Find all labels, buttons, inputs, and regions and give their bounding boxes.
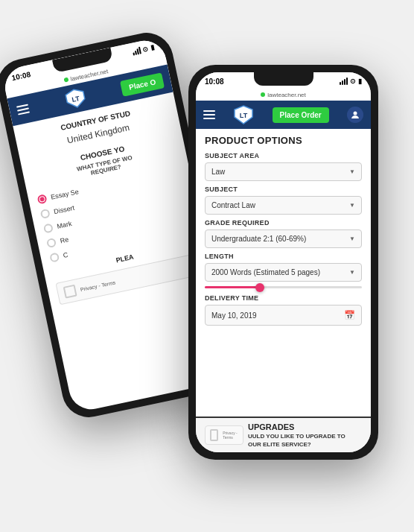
radio-circle-essay[interactable] bbox=[36, 194, 47, 204]
wifi-icon-front: ⊙ bbox=[350, 77, 356, 85]
length-slider[interactable] bbox=[196, 283, 371, 291]
radio-label-c: C bbox=[63, 251, 69, 259]
length-value: 2000 Words (Estimated 5 pages) bbox=[211, 268, 320, 276]
recaptcha-text: Privacy - Terms bbox=[80, 279, 116, 292]
upgrades-title: UPGRADES bbox=[248, 422, 345, 431]
radio-circle-dissert[interactable] bbox=[40, 209, 51, 219]
scene: 10:08 ⊙ ▮ lawteacher.net bbox=[13, 13, 401, 519]
length-arrow-icon: ▼ bbox=[349, 269, 355, 276]
recaptcha-checkbox[interactable] bbox=[63, 285, 77, 299]
length-select[interactable]: 2000 Words (Estimated 5 pages) ▼ bbox=[205, 263, 362, 282]
battery-icon-back: ▮ bbox=[150, 44, 156, 52]
status-icons-back: ⊙ ▮ bbox=[132, 44, 155, 56]
slider-track bbox=[205, 286, 362, 288]
subject-area-label: SUBJECT AREA bbox=[196, 149, 371, 161]
logo-front: LT bbox=[233, 104, 254, 125]
person-icon bbox=[351, 110, 360, 119]
grade-label: GRADE REQUIRED bbox=[196, 216, 371, 228]
place-order-btn-front[interactable]: Place Order bbox=[273, 107, 329, 123]
nav-bar-front: LT Place Order bbox=[196, 101, 371, 129]
subject-area-arrow-icon: ▼ bbox=[349, 168, 355, 175]
logo-shield-back: LT bbox=[63, 86, 87, 111]
logo-shield-front: LT bbox=[233, 104, 254, 125]
radio-label-dissert: Dissert bbox=[53, 204, 74, 216]
lock-icon-front bbox=[261, 92, 265, 97]
status-icons-front: ⊙ ▮ bbox=[340, 77, 362, 85]
recaptcha-front: Privacy - Terms bbox=[205, 425, 243, 445]
upgrades-sub: UULD YOU LIKE TO UPGRADE TO bbox=[248, 433, 345, 440]
subject-select[interactable]: Contract Law ▼ bbox=[205, 196, 362, 215]
battery-icon-front: ▮ bbox=[358, 77, 362, 85]
subject-area-value: Law bbox=[211, 168, 225, 176]
subject-arrow-icon: ▼ bbox=[349, 202, 355, 209]
user-icon[interactable] bbox=[347, 107, 363, 123]
logo-back: LT bbox=[63, 86, 87, 111]
hamburger-menu-front[interactable] bbox=[203, 110, 215, 119]
grade-select[interactable]: Undergraduate 2:1 (60-69%) ▼ bbox=[205, 229, 362, 248]
radio-label-re: Re bbox=[60, 235, 69, 244]
signal-icon-back bbox=[132, 47, 141, 56]
grade-arrow-icon: ▼ bbox=[349, 235, 355, 242]
time-back: 10:08 bbox=[11, 70, 31, 82]
delivery-value: May 10, 2019 bbox=[211, 311, 257, 320]
time-front: 10:08 bbox=[205, 77, 224, 86]
place-order-btn-back[interactable]: Place O bbox=[120, 72, 165, 96]
lock-icon-back bbox=[63, 77, 69, 83]
svg-text:LT: LT bbox=[240, 112, 248, 119]
recaptcha-text-front: Privacy - Terms bbox=[223, 431, 238, 440]
radio-circle-c[interactable] bbox=[49, 252, 60, 262]
subject-area-select[interactable]: Law ▼ bbox=[205, 162, 362, 181]
recaptcha-check-front[interactable] bbox=[210, 429, 218, 441]
signal-icon-front bbox=[340, 77, 348, 85]
radio-circle-re[interactable] bbox=[46, 238, 57, 248]
length-label: LENGTH bbox=[196, 250, 371, 262]
calendar-icon: 📅 bbox=[344, 310, 355, 320]
phone-front: 10:08 ⊙ ▮ lawteacher.net bbox=[188, 65, 378, 460]
upgrades-sub2: OUR ELITE SERVICE? bbox=[248, 441, 345, 448]
wifi-icon-back: ⊙ bbox=[142, 45, 150, 53]
delivery-label: DELIVERY TIME bbox=[196, 291, 371, 303]
page-title: PRODUCT OPTIONS bbox=[196, 129, 371, 149]
radio-circle-mark[interactable] bbox=[43, 223, 54, 233]
notch-front bbox=[254, 72, 313, 86]
upgrades-bar: Privacy - Terms UPGRADES UULD YOU LIKE T… bbox=[196, 417, 371, 452]
upgrades-text: UPGRADES UULD YOU LIKE TO UPGRADE TO OUR… bbox=[248, 422, 345, 448]
delivery-date-field[interactable]: May 10, 2019 📅 bbox=[205, 305, 362, 326]
url-text-front: lawteacher.net bbox=[267, 92, 306, 98]
hamburger-menu-back[interactable] bbox=[16, 104, 30, 115]
radio-label-mark: Mark bbox=[57, 220, 73, 230]
grade-value: Undergraduate 2:1 (60-69%) bbox=[211, 235, 306, 243]
subject-value: Contract Law bbox=[211, 201, 255, 209]
url-bar-front: lawteacher.net bbox=[196, 89, 371, 101]
subject-label: SUBJECT bbox=[196, 183, 371, 194]
svg-point-4 bbox=[354, 112, 357, 115]
slider-fill bbox=[205, 286, 260, 288]
slider-thumb[interactable] bbox=[255, 283, 264, 292]
